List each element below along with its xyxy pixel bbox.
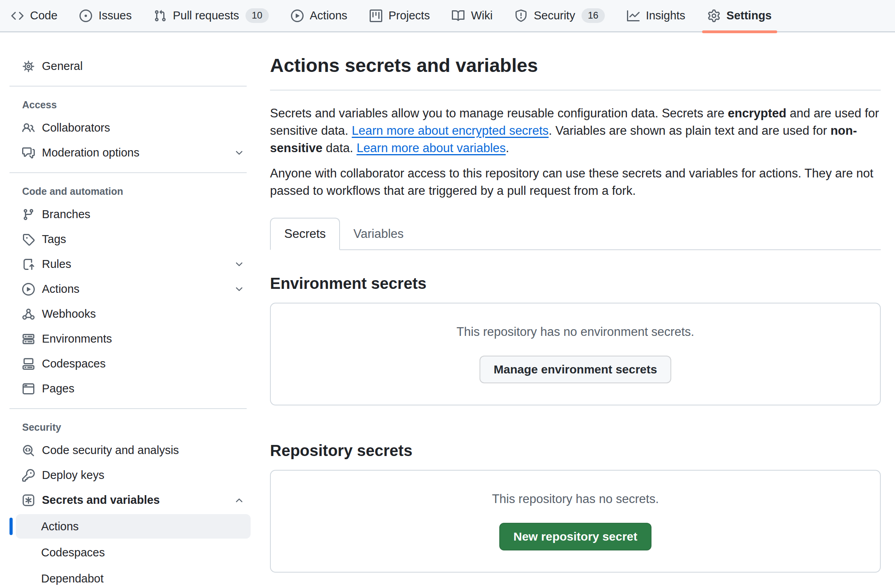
sidebar-item-label: Branches xyxy=(42,208,91,221)
sidebar-divider xyxy=(9,172,247,173)
sidebar-item-code-security-and-analysis[interactable]: Code security and analysis xyxy=(0,438,256,463)
nav-tab-wiki[interactable]: Wiki xyxy=(446,4,499,27)
sidebar-item-label: Deploy keys xyxy=(42,469,104,482)
issue-opened-icon xyxy=(79,9,92,22)
sidebar-item-label: Collaborators xyxy=(42,121,110,134)
intro-paragraph-1: Secrets and variables allow you to manag… xyxy=(270,105,881,157)
environment-secrets-empty-box: This repository has no environment secre… xyxy=(270,303,881,405)
chevron-up-icon xyxy=(234,495,244,505)
git-pull-request-icon xyxy=(154,9,166,22)
link-learn-more-encrypted-secrets[interactable]: Learn more about encrypted secrets xyxy=(352,124,549,138)
new-repository-secret-button[interactable]: New repository secret xyxy=(499,523,651,550)
sidebar-item-label: Codespaces xyxy=(42,357,106,370)
sidebar-item-deploy-keys[interactable]: Deploy keys xyxy=(0,463,256,488)
sidebar-item-actions[interactable]: Actions xyxy=(0,277,256,302)
nav-tab-label: Code xyxy=(30,9,57,22)
browser-icon xyxy=(22,383,35,395)
nav-tab-security[interactable]: Security 16 xyxy=(508,4,611,27)
nav-tab-label: Projects xyxy=(389,9,430,22)
nav-tab-code[interactable]: Code xyxy=(5,4,64,27)
nav-tab-settings[interactable]: Settings xyxy=(701,4,778,27)
gear-icon xyxy=(22,60,35,73)
sidebar-item-label: Code security and analysis xyxy=(42,444,179,457)
book-icon xyxy=(452,9,464,22)
sidebar-subitem-codespaces-secrets[interactable]: Codespaces xyxy=(16,540,251,565)
nav-tab-issues[interactable]: Issues xyxy=(73,4,138,27)
pull-requests-count-badge: 10 xyxy=(245,8,269,23)
secret-asterisk-icon xyxy=(22,494,35,507)
environment-secrets-heading: Environment secrets xyxy=(270,275,881,292)
sidebar-item-tags[interactable]: Tags xyxy=(0,227,256,252)
sidebar-subitem-dependabot-secrets[interactable]: Dependabot xyxy=(16,566,251,588)
key-icon xyxy=(22,469,35,482)
graph-icon xyxy=(627,9,640,22)
chevron-down-icon xyxy=(234,148,244,158)
sidebar-item-label: Environments xyxy=(42,332,112,345)
nav-tab-insights[interactable]: Insights xyxy=(621,4,692,27)
intro-text: . xyxy=(506,141,509,155)
sidebar-item-collaborators[interactable]: Collaborators xyxy=(0,115,256,140)
sidebar-item-label: Rules xyxy=(42,258,71,271)
gear-icon xyxy=(708,9,720,22)
webhook-icon xyxy=(22,308,35,320)
codespaces-icon xyxy=(22,358,35,370)
sidebar-item-branches[interactable]: Branches xyxy=(0,202,256,227)
intro-text: Secrets and variables allow you to manag… xyxy=(270,106,728,120)
repo-tab-nav: Code Issues Pull requests 10 Actions Pro… xyxy=(0,0,895,32)
sidebar-item-label: Pages xyxy=(42,382,74,395)
link-learn-more-variables[interactable]: Learn more about variables xyxy=(357,141,506,155)
intro-text: . Variables are shown as plain text and … xyxy=(549,124,831,138)
sidebar-section-code-and-automation: Code and automation xyxy=(0,181,256,202)
sidebar-item-label: Tags xyxy=(42,233,66,246)
tag-icon xyxy=(22,233,35,246)
sidebar-section-access: Access xyxy=(0,94,256,115)
sidebar-item-pages[interactable]: Pages xyxy=(0,376,256,401)
environment-secrets-empty-text: This repository has no environment secre… xyxy=(457,325,694,339)
intro-paragraph-2: Anyone with collaborator access to this … xyxy=(270,165,881,200)
nav-tab-projects[interactable]: Projects xyxy=(363,4,436,27)
nav-tab-label: Actions xyxy=(310,9,347,22)
sidebar-divider xyxy=(9,408,247,409)
rules-icon xyxy=(22,258,35,271)
shield-icon xyxy=(515,9,527,22)
sidebar-item-label: Actions xyxy=(42,283,79,296)
secrets-variables-tablist: Secrets Variables xyxy=(270,218,881,250)
sidebar-subitem-actions-secrets[interactable]: Actions xyxy=(16,514,251,539)
settings-main-panel: Actions secrets and variables Secrets an… xyxy=(256,32,895,573)
sidebar-item-secrets-and-variables[interactable]: Secrets and variables xyxy=(0,488,256,513)
sidebar-item-codespaces[interactable]: Codespaces xyxy=(0,351,256,376)
manage-environment-secrets-button[interactable]: Manage environment secrets xyxy=(480,356,671,383)
nav-tab-pull-requests[interactable]: Pull requests 10 xyxy=(147,4,275,27)
sidebar-item-label: General xyxy=(42,60,83,73)
sidebar-item-environments[interactable]: Environments xyxy=(0,326,256,351)
sidebar-item-label: Secrets and variables xyxy=(42,494,160,507)
sidebar-item-label: Webhooks xyxy=(42,307,96,320)
git-branch-icon xyxy=(22,208,35,221)
tab-variables[interactable]: Variables xyxy=(340,219,417,249)
sidebar-item-label: Moderation options xyxy=(42,146,140,159)
sidebar-item-moderation-options[interactable]: Moderation options xyxy=(0,140,256,165)
sidebar-subitem-label: Actions xyxy=(41,520,79,533)
play-icon xyxy=(291,9,304,22)
nav-tab-actions[interactable]: Actions xyxy=(285,4,354,27)
security-count-badge: 16 xyxy=(582,8,605,23)
sidebar-item-general[interactable]: General xyxy=(0,54,256,79)
sidebar-item-webhooks[interactable]: Webhooks xyxy=(0,302,256,326)
chevron-down-icon xyxy=(234,284,244,294)
nav-tab-label: Insights xyxy=(646,9,685,22)
repository-secrets-empty-box: This repository has no secrets. New repo… xyxy=(270,470,881,573)
sidebar-item-rules[interactable]: Rules xyxy=(0,252,256,277)
nav-tab-label: Security xyxy=(534,9,575,22)
nav-tab-label: Pull requests xyxy=(173,9,239,22)
tab-secrets[interactable]: Secrets xyxy=(270,218,340,250)
sidebar-subitem-label: Dependabot xyxy=(41,572,104,585)
code-icon xyxy=(11,9,24,22)
project-icon xyxy=(370,9,382,22)
repository-secrets-empty-text: This repository has no secrets. xyxy=(492,492,659,506)
people-icon xyxy=(22,122,35,134)
page-title: Actions secrets and variables xyxy=(270,55,881,90)
nav-tab-label: Wiki xyxy=(471,9,493,22)
repository-secrets-heading: Repository secrets xyxy=(270,442,881,460)
sidebar-subitem-label: Codespaces xyxy=(41,546,105,559)
sidebar-section-security: Security xyxy=(0,417,256,438)
